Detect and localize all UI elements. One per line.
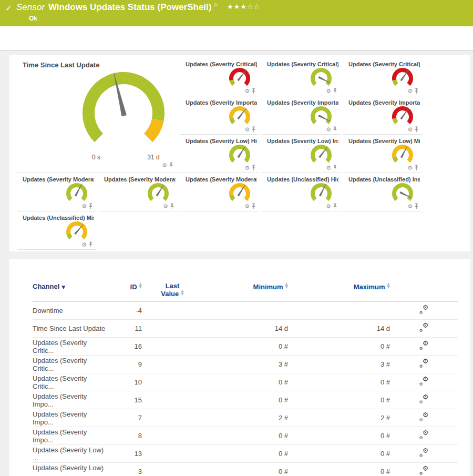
tile-actions[interactable]: ⚙ [163,203,174,209]
gear-icon[interactable]: ⚙ [244,165,250,171]
pin-icon[interactable] [251,88,256,94]
gear-icon[interactable]: ⚙ [407,88,413,94]
pin-icon[interactable] [414,88,419,94]
gauge-chart [387,66,418,91]
table-row[interactable]: Time Since Last Update1114 d14 d⚙⚙ [33,320,458,338]
gear-icon[interactable]: ⚙ [244,88,250,94]
tile-actions[interactable]: ⚙ [244,203,256,209]
channel-table-panel: Channel▼ID▲▼LastValue▲▼Minimum▲▼Maximum▲… [9,259,470,476]
table-row[interactable]: Updates (Severity Low) ...30 #0 #⚙⚙ [33,463,458,476]
cell-channel[interactable]: Updates (Severity Impo... [33,392,109,408]
cell-channel[interactable]: Updates (Severity Low) ... [33,464,109,476]
pin-icon[interactable] [333,88,337,94]
cell-channel[interactable]: Updates (Severity Impo... [33,410,109,426]
tile-actions[interactable]: ⚙ [407,88,419,94]
cell-id: 15 [109,396,142,404]
tile-actions[interactable]: ⚙ [407,126,419,133]
table-row[interactable]: Updates (Severity Critic...160 #0 #⚙⚙ [33,338,458,356]
channel-settings-gears-icon[interactable]: ⚙⚙ [419,394,429,404]
pin-icon[interactable] [170,203,174,209]
cell-channel[interactable]: Downtime [33,307,109,315]
gear-icon[interactable]: ⚙ [407,165,413,171]
table-row[interactable]: Updates (Severity Impo...80 #0 #⚙⚙ [33,427,458,445]
page-title: Windows Updates Status (PowerShell) [48,2,212,12]
channel-settings-gears-icon[interactable]: ⚙⚙ [419,430,429,440]
column-header-last-value[interactable]: LastValue▲▼ [142,282,203,297]
gauge-tile-time-since-last-update: Time Since Last Update0 s31 d⚙ [17,58,178,173]
cell-minimum: 0 # [203,468,288,475]
cell-minimum: 2 # [203,414,288,422]
cell-channel[interactable]: Time Since Last Update [33,325,109,332]
gear-icon[interactable]: ⚙ [81,242,87,248]
tile-actions[interactable]: ⚙ [326,203,337,209]
channel-settings-gears-icon[interactable]: ⚙⚙ [419,448,429,458]
cell-maximum: 0 # [288,378,390,386]
gear-icon[interactable]: ⚙ [326,165,331,171]
tile-actions[interactable]: ⚙ [407,165,419,171]
gear-icon[interactable]: ⚙ [407,204,413,209]
cell-channel[interactable]: Updates (Severity Low) ... [33,446,109,462]
gear-icon[interactable]: ⚙ [244,204,250,209]
gear-icon[interactable]: ⚙ [407,127,413,133]
table-row[interactable]: Updates (Severity Critic...93 #3 #⚙⚙ [33,356,458,373]
channel-settings-gears-icon[interactable]: ⚙⚙ [419,377,429,386]
tile-actions[interactable]: ⚙ [407,203,419,209]
pin-icon[interactable] [251,126,256,133]
gear-icon[interactable]: ⚙ [326,127,331,133]
overview-gauges-panel: Time Since Last Update0 s31 d⚙Updates (S… [9,55,470,251]
gauge-chart [306,104,336,129]
gear-icon[interactable]: ⚙ [244,127,250,133]
tile-actions[interactable]: ⚙ [81,203,93,209]
gear-icon[interactable]: ⚙ [81,204,87,209]
table-row[interactable]: Updates (Severity Critic...100 #0 #⚙⚙ [33,373,458,391]
table-row[interactable]: Updates (Severity Impo...150 #0 #⚙⚙ [33,391,458,409]
gear-icon[interactable]: ⚙ [162,163,167,168]
channel-settings-gears-icon[interactable]: ⚙⚙ [419,305,429,315]
pin-icon[interactable] [88,241,93,248]
gear-icon[interactable]: ⚙ [326,88,331,94]
pin-icon[interactable] [333,126,337,133]
column-header-id[interactable]: ID▲▼ [109,282,142,291]
pin-icon[interactable] [251,165,256,171]
table-row[interactable]: Updates (Severity Impo...72 #2 #⚙⚙ [33,409,458,427]
pin-icon[interactable] [251,203,256,209]
column-header-channel[interactable]: Channel▼ [33,282,109,290]
cell-channel[interactable]: Updates (Severity Critic... [33,339,109,355]
column-header-maximum[interactable]: Maximum▲▼ [288,282,390,291]
table-row[interactable]: Updates (Severity Low) ...130 #0 #⚙⚙ [33,445,458,463]
tile-actions[interactable]: ⚙ [326,126,337,133]
priority-stars[interactable]: ★★★☆☆ [227,3,260,11]
tile-actions[interactable]: ⚙ [244,126,256,133]
pin-icon[interactable] [414,165,419,171]
pin-icon[interactable] [414,126,419,133]
tile-actions[interactable]: ⚙ [244,165,256,171]
flag-icon[interactable]: ⚐ [213,2,218,8]
gear-icon[interactable]: ⚙ [326,204,331,209]
channel-settings-gears-icon[interactable]: ⚙⚙ [419,412,429,422]
gauge-chart [224,104,255,129]
table-header-row: Channel▼ID▲▼LastValue▲▼Minimum▲▼Maximum▲… [33,282,458,302]
cell-channel[interactable]: Updates (Severity Critic... [33,357,109,372]
cell-channel[interactable]: Updates (Severity Critic... [33,374,109,390]
channel-settings-gears-icon[interactable]: ⚙⚙ [419,341,429,350]
pin-icon[interactable] [333,203,337,209]
pin-icon[interactable] [88,203,93,209]
pin-icon[interactable] [169,162,173,168]
gauge-chart [306,181,336,206]
pin-icon[interactable] [333,165,337,171]
tile-actions[interactable]: ⚙ [81,241,93,248]
tile-actions[interactable]: ⚙ [162,162,173,168]
gear-icon[interactable]: ⚙ [163,204,168,209]
channel-settings-gears-icon[interactable]: ⚙⚙ [419,466,429,475]
cell-id: 13 [109,450,142,458]
sensor-title-line: SensorWindows Updates Status (PowerShell… [16,2,218,13]
cell-channel[interactable]: Updates (Severity Impo... [33,428,109,444]
pin-icon[interactable] [414,203,419,209]
tile-actions[interactable]: ⚙ [244,88,256,94]
channel-settings-gears-icon[interactable]: ⚙⚙ [419,359,429,368]
table-row[interactable]: Downtime-4⚙⚙ [33,302,458,320]
column-header-minimum[interactable]: Minimum▲▼ [203,282,288,291]
tile-actions[interactable]: ⚙ [326,165,337,171]
channel-settings-gears-icon[interactable]: ⚙⚙ [419,323,429,332]
tile-actions[interactable]: ⚙ [326,88,337,94]
